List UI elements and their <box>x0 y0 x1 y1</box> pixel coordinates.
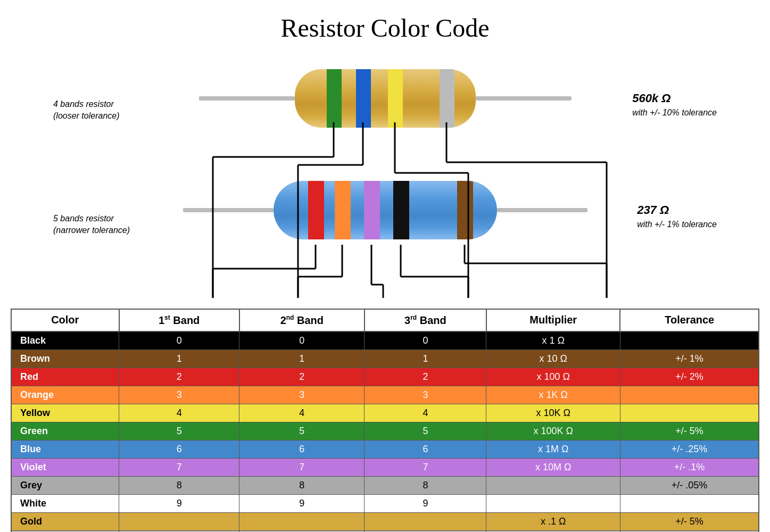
band-4-3 <box>388 69 403 128</box>
data-cell: 6 <box>239 440 365 458</box>
data-cell <box>620 331 759 350</box>
data-cell: 9 <box>365 494 486 512</box>
col-header-tolerance: Tolerance <box>620 309 759 331</box>
resistor-4band <box>199 64 572 133</box>
data-cell: 9 <box>239 494 365 512</box>
label-5band-left: 5 bands resistor (narrower tolerance) <box>53 213 130 237</box>
data-cell: 4 <box>365 404 486 422</box>
data-cell <box>620 494 759 512</box>
table-row: White999 <box>11 494 759 512</box>
data-cell: 2 <box>365 368 486 386</box>
data-cell <box>239 512 365 530</box>
data-cell: 3 <box>239 386 365 404</box>
data-cell: 0 <box>119 331 239 350</box>
table-row: Blue666x 1M Ω+/- .25% <box>11 440 759 458</box>
lead-right-4 <box>476 96 572 101</box>
data-cell: 9 <box>119 494 239 512</box>
table-row: Grey888+/- .05% <box>11 476 759 494</box>
col-header-band1: 1st Band <box>119 309 239 331</box>
label-5band-right: 237 Ω with +/- 1% tolerance <box>637 202 717 230</box>
table-row: Goldx .1 Ω+/- 5% <box>11 512 759 530</box>
color-name-cell: Black <box>11 331 119 350</box>
data-cell: 4 <box>239 404 365 422</box>
color-name-cell: Brown <box>11 350 119 368</box>
data-cell <box>486 494 620 512</box>
band-5-3 <box>364 181 380 239</box>
data-cell: x 1K Ω <box>486 386 620 404</box>
data-cell: 0 <box>239 331 365 350</box>
color-name-cell: Red <box>11 368 119 386</box>
color-name-cell: Blue <box>11 440 119 458</box>
color-name-cell: Grey <box>11 476 119 494</box>
data-cell: 5 <box>239 422 365 440</box>
resistor-5band <box>183 176 587 245</box>
data-cell: x 10K Ω <box>486 404 620 422</box>
band-5-1 <box>308 181 324 239</box>
band-4-1 <box>327 69 342 128</box>
band-4-2 <box>356 69 371 128</box>
color-name-cell: Orange <box>11 386 119 404</box>
diagram-area: 4 bands resistor (looser tolerance) 5 ba… <box>11 53 759 303</box>
label-4band-left: 4 bands resistor (looser tolerance) <box>53 98 120 122</box>
data-cell: 1 <box>119 350 239 368</box>
data-cell: x 1 Ω <box>486 331 620 350</box>
color-name-cell: Violet <box>11 458 119 476</box>
page: Resistor Color Code <box>0 0 770 532</box>
data-cell: +/- 1% <box>620 350 759 368</box>
data-cell: 6 <box>365 440 486 458</box>
data-cell <box>486 476 620 494</box>
label-4band-right: 560k Ω with +/- 10% tolerance <box>632 90 717 119</box>
resistor-body-5band <box>274 181 497 239</box>
color-name-cell: Yellow <box>11 404 119 422</box>
data-cell: +/- .1% <box>620 458 759 476</box>
data-cell: +/- 2% <box>620 368 759 386</box>
data-cell: 8 <box>239 476 365 494</box>
table-row: Yellow444x 10K Ω <box>11 404 759 422</box>
color-name-cell: White <box>11 494 119 512</box>
data-cell: +/- .25% <box>620 440 759 458</box>
col-header-band2: 2nd Band <box>239 309 365 331</box>
data-cell: +/- .05% <box>620 476 759 494</box>
table-row: Green555x 100K Ω+/- 5% <box>11 422 759 440</box>
data-cell: 4 <box>119 404 239 422</box>
table-row: Violet777x 10M Ω+/- .1% <box>11 458 759 476</box>
data-cell: x 10 Ω <box>486 350 620 368</box>
data-cell: x 10M Ω <box>486 458 620 476</box>
lead-left-5 <box>183 208 274 212</box>
lead-right-5 <box>497 208 587 212</box>
data-cell: 3 <box>365 386 486 404</box>
data-cell: x 100 Ω <box>486 368 620 386</box>
data-cell: 8 <box>365 476 486 494</box>
data-cell: 0 <box>365 331 486 350</box>
band-4-4 <box>440 69 454 128</box>
color-code-table: Color 1st Band 2nd Band 3rd Band Multipl… <box>11 309 759 532</box>
data-cell <box>620 386 759 404</box>
data-cell: 5 <box>119 422 239 440</box>
color-name-cell: Green <box>11 422 119 440</box>
band-5-2 <box>335 181 351 239</box>
color-name-cell: Gold <box>11 512 119 530</box>
data-cell: +/- 5% <box>620 512 759 530</box>
band-5-4 <box>393 181 409 239</box>
resistor-body-4band <box>295 69 476 128</box>
col-header-multiplier: Multiplier <box>486 309 620 331</box>
table-row: Red222x 100 Ω+/- 2% <box>11 368 759 386</box>
data-cell: 8 <box>119 476 239 494</box>
data-cell: x .1 Ω <box>486 512 620 530</box>
data-cell <box>620 404 759 422</box>
table-row: Brown111x 10 Ω+/- 1% <box>11 350 759 368</box>
table-row: Orange333x 1K Ω <box>11 386 759 404</box>
band-5-5 <box>457 181 473 239</box>
page-title: Resistor Color Code <box>11 5 759 53</box>
data-cell: 1 <box>365 350 486 368</box>
data-cell <box>119 512 239 530</box>
table-header-row: Color 1st Band 2nd Band 3rd Band Multipl… <box>11 309 759 331</box>
data-cell: 6 <box>119 440 239 458</box>
data-cell: 2 <box>239 368 365 386</box>
col-header-band3: 3rd Band <box>365 309 486 331</box>
data-cell: 7 <box>365 458 486 476</box>
data-cell: 2 <box>119 368 239 386</box>
data-cell: +/- 5% <box>620 422 759 440</box>
data-cell: 7 <box>239 458 365 476</box>
table-row: Black000x 1 Ω <box>11 331 759 350</box>
